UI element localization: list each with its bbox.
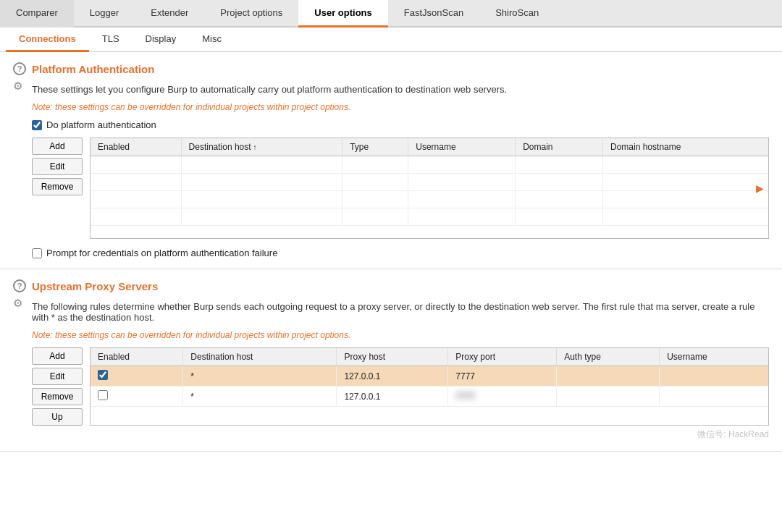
platform-auth-section: ? Platform Authentication ⚙ These settin… [0, 52, 782, 269]
table-row[interactable]: * 127.0.0.1 7777 [91, 366, 768, 387]
upstream-proxy-col-proxy-port: Proxy port [448, 348, 557, 366]
upstream-row1-dest-host: * [183, 366, 337, 387]
platform-auth-note: Note: these settings can be overridden f… [32, 102, 769, 112]
tab-shiroscan[interactable]: ShiroScan [479, 0, 555, 28]
platform-auth-col-type: Type [342, 138, 408, 156]
upstream-proxy-edit-button[interactable]: Edit [32, 368, 83, 385]
upstream-proxy-add-button[interactable]: Add [32, 347, 83, 365]
tab-user-options[interactable]: User options [298, 0, 387, 28]
platform-auth-col-enabled: Enabled [91, 138, 181, 156]
tab-logger[interactable]: Logger [74, 0, 135, 28]
upstream-row1-proxy-host: 127.0.0.1 [337, 366, 448, 387]
upstream-proxy-col-dest-host: Destination host [183, 348, 337, 366]
upstream-proxy-col-proxy-host: Proxy host [337, 348, 448, 366]
upstream-proxy-table: Enabled Destination host Proxy host Prox… [91, 348, 768, 407]
platform-auth-edit-button[interactable]: Edit [32, 158, 83, 175]
platform-auth-description: These settings let you configure Burp to… [32, 84, 507, 95]
platform-auth-col-domain-hostname: Domain hostname [603, 138, 768, 156]
upstream-proxy-up-button[interactable]: Up [32, 408, 83, 426]
upstream-row2-auth-type [557, 387, 660, 407]
upstream-proxy-remove-button[interactable]: Remove [32, 388, 83, 405]
subtab-tls[interactable]: TLS [89, 28, 133, 52]
upstream-proxy-col-username: Username [660, 348, 768, 366]
upstream-row2-username [660, 387, 768, 407]
main-content: ? Platform Authentication ⚙ These settin… [0, 52, 782, 532]
upstream-proxy-section: ? Upstream Proxy Servers ⚙ The following… [0, 269, 782, 452]
upstream-proxy-table-wrap: Enabled Destination host Proxy host Prox… [90, 347, 769, 426]
platform-auth-table: Enabled Destination host Type Username D… [91, 138, 768, 226]
platform-auth-add-button[interactable]: Add [32, 138, 83, 155]
platform-auth-col-dest-host: Destination host [181, 138, 342, 156]
upstream-proxy-col-auth-type: Auth type [557, 348, 660, 366]
upstream-row1-auth-type [557, 366, 660, 387]
upstream-row2-proxy-port: 7777 [448, 387, 557, 407]
prompt-credentials-checkbox[interactable] [32, 248, 42, 258]
platform-auth-help-icon[interactable]: ? [13, 62, 26, 75]
platform-auth-buttons: Add Edit Remove [32, 138, 83, 239]
platform-auth-table-wrap: Enabled Destination host Type Username D… [90, 138, 769, 239]
platform-auth-checkbox-label: Do platform authentication [46, 119, 156, 130]
platform-auth-table-area: Add Edit Remove Enabled Destination host… [32, 138, 769, 239]
tab-project-options[interactable]: Project options [204, 0, 298, 28]
upstream-row2-enabled-checkbox[interactable] [98, 390, 108, 400]
tab-extender[interactable]: Extender [135, 0, 204, 28]
upstream-row1-username [660, 366, 768, 387]
upstream-row2-dest-host: * [183, 387, 337, 407]
upstream-proxy-note: Note: these settings can be overridden f… [32, 330, 769, 340]
upstream-proxy-help-icon[interactable]: ? [13, 279, 26, 292]
subtab-display[interactable]: Display [133, 28, 190, 52]
platform-auth-col-domain: Domain [516, 138, 603, 156]
watermark: 微信号: HackRead [697, 429, 769, 439]
upstream-proxy-table-area: Add Edit Remove Up Enabled Destination h… [32, 347, 769, 426]
subtab-connections[interactable]: Connections [6, 28, 89, 52]
prompt-credentials-row: Prompt for credentials on platform authe… [32, 248, 769, 258]
platform-auth-title: Platform Authentication [32, 63, 154, 75]
platform-auth-checkbox[interactable] [32, 120, 42, 130]
upstream-row2-proxy-port-blurred: 7777 [455, 392, 475, 402]
upstream-proxy-buttons: Add Edit Remove Up [32, 347, 83, 426]
upstream-proxy-col-enabled: Enabled [91, 348, 183, 366]
upstream-proxy-gear-icon: ⚙ [13, 297, 26, 310]
upstream-proxy-description: The following rules determine whether Bu… [32, 301, 769, 323]
platform-auth-header: ? Platform Authentication [13, 62, 769, 75]
upstream-proxy-title: Upstream Proxy Servers [32, 280, 158, 292]
top-tab-bar: Comparer Logger Extender Project options… [0, 0, 782, 28]
platform-auth-col-username: Username [408, 138, 516, 156]
platform-auth-checkbox-row: Do platform authentication [32, 119, 769, 130]
tab-comparer[interactable]: Comparer [0, 0, 74, 28]
platform-auth-gear-icon: ⚙ [13, 80, 26, 93]
upstream-row2-enabled [91, 387, 183, 407]
upstream-row2-proxy-host: 127.0.0.1 [337, 387, 448, 407]
upstream-row1-enabled-checkbox[interactable] [98, 370, 108, 380]
upstream-row1-enabled [91, 366, 183, 387]
upstream-row1-proxy-port: 7777 [448, 366, 557, 387]
upstream-proxy-header: ? Upstream Proxy Servers [13, 279, 769, 292]
table-row[interactable]: * 127.0.0.1 7777 [91, 387, 768, 407]
prompt-credentials-label: Prompt for credentials on platform authe… [46, 248, 277, 258]
platform-auth-scroll-arrow: ▶ [756, 182, 764, 194]
tab-fastjsonscan[interactable]: FastJsonScan [388, 0, 479, 28]
sub-tab-bar: Connections TLS Display Misc [0, 28, 782, 52]
platform-auth-remove-button[interactable]: Remove [32, 178, 83, 195]
subtab-misc[interactable]: Misc [189, 28, 235, 52]
